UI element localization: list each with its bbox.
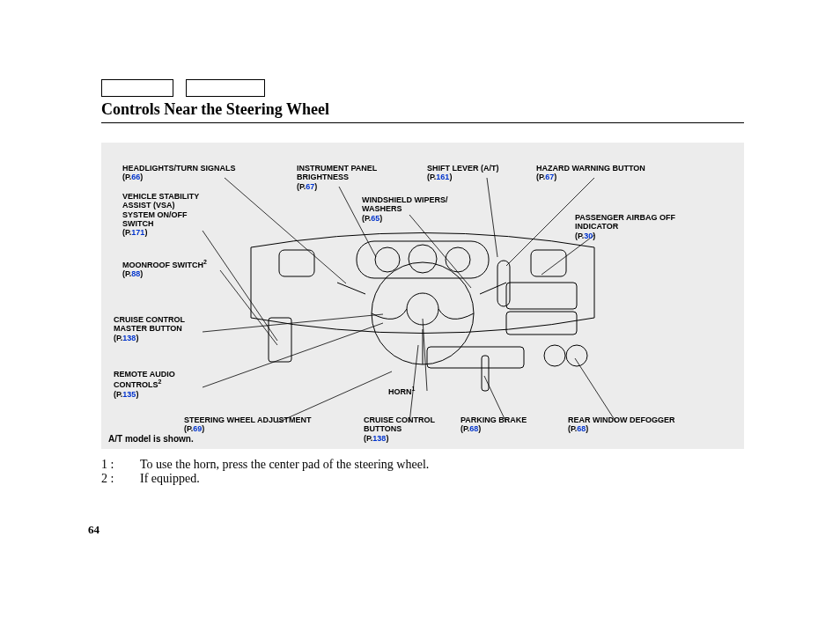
page-ref[interactable]: 65 bbox=[371, 214, 379, 223]
page-ref[interactable]: 67 bbox=[306, 182, 314, 191]
svg-point-3 bbox=[375, 247, 400, 272]
dashboard-illustration bbox=[242, 199, 603, 401]
svg-point-9 bbox=[566, 345, 587, 366]
callout-label: HAZARD WARNING BUTTON bbox=[536, 164, 645, 173]
page-ref[interactable]: 138 bbox=[122, 334, 136, 342]
page-ref[interactable]: 66 bbox=[131, 173, 140, 181]
svg-point-14 bbox=[407, 293, 438, 325]
callout-cruise-master: CRUISE CONTROLMASTER BUTTON (P.138) bbox=[114, 315, 185, 342]
svg-point-5 bbox=[446, 247, 470, 272]
callout-headlights: HEADLIGHTS/TURN SIGNALS (P.66) bbox=[122, 164, 236, 182]
svg-line-15 bbox=[337, 283, 365, 294]
callout-label: VEHICLE STABILITYASSIST (VSA)SYSTEM ON/O… bbox=[122, 192, 199, 228]
page-ref[interactable]: 138 bbox=[372, 434, 386, 443]
callout-shift-lever: SHIFT LEVER (A/T) (P.161) bbox=[427, 164, 499, 182]
callout-label: REMOTE AUDIOCONTROLS bbox=[114, 370, 175, 389]
callout-remote-audio: REMOTE AUDIOCONTROLS2 (P.135) bbox=[114, 370, 175, 399]
page-title: Controls Near the Steering Wheel bbox=[101, 100, 744, 119]
callout-label: MOONROOF SWITCH bbox=[122, 261, 203, 269]
svg-rect-7 bbox=[506, 312, 577, 335]
callout-label: WINDSHIELD WIPERS/WASHERS bbox=[362, 195, 448, 213]
svg-line-16 bbox=[480, 283, 506, 294]
footnotes: 1 : To use the horn, press the center pa… bbox=[101, 458, 744, 486]
callout-instrument-panel-brightness: INSTRUMENT PANELBRIGHTNESS (P.67) bbox=[297, 164, 377, 191]
callout-passenger-airbag-off: PASSENGER AIRBAG OFFINDICATOR (P.30) bbox=[575, 213, 675, 240]
callout-label: HEADLIGHTS/TURN SIGNALS bbox=[122, 164, 236, 173]
callout-rear-defogger: REAR WINDOW DEFOGGER (P.68) bbox=[568, 415, 675, 434]
dashboard-diagram: HEADLIGHTS/TURN SIGNALS (P.66) INSTRUMEN… bbox=[101, 143, 744, 449]
footnote-index: 1 : bbox=[101, 458, 140, 472]
callout-label: REAR WINDOW DEFOGGER bbox=[568, 415, 675, 424]
callout-horn: HORN1 bbox=[388, 386, 415, 396]
svg-point-8 bbox=[544, 345, 565, 366]
svg-rect-1 bbox=[531, 250, 566, 276]
model-note: A/T model is shown. bbox=[108, 434, 194, 444]
footnote-text: If equipped. bbox=[140, 472, 200, 486]
callout-moonroof-switch: MOONROOF SWITCH2 (P.88) bbox=[122, 259, 207, 279]
callout-label: INSTRUMENT PANELBRIGHTNESS bbox=[297, 164, 377, 181]
callout-label: STEERING WHEEL ADJUSTMENT bbox=[184, 415, 312, 424]
footnote-text: To use the horn, press the center pad of… bbox=[140, 458, 429, 472]
header-box-1 bbox=[101, 79, 173, 97]
page-ref[interactable]: 171 bbox=[131, 228, 144, 237]
callout-hazard-warning: HAZARD WARNING BUTTON (P.67) bbox=[536, 164, 645, 182]
page-ref[interactable]: 68 bbox=[577, 424, 586, 433]
footnote-marker: 1 bbox=[412, 386, 416, 392]
page-ref[interactable]: 135 bbox=[122, 390, 136, 399]
callout-label: PARKING BRAKE bbox=[461, 415, 527, 424]
callout-label: CRUISE CONTROLBUTTONS bbox=[364, 415, 435, 433]
page-ref[interactable]: 30 bbox=[584, 232, 593, 240]
page-ref[interactable]: 67 bbox=[545, 173, 554, 181]
callout-steering-adjustment: STEERING WHEEL ADJUSTMENT (P.69) bbox=[184, 415, 312, 434]
footnote-marker: 2 bbox=[158, 379, 162, 385]
page-number: 64 bbox=[88, 523, 99, 537]
header-box-2 bbox=[186, 79, 265, 97]
page-ref[interactable]: 69 bbox=[193, 424, 202, 433]
svg-point-4 bbox=[409, 245, 437, 273]
header-code-boxes bbox=[101, 79, 744, 97]
svg-rect-6 bbox=[506, 283, 577, 309]
callout-label: SHIFT LEVER (A/T) bbox=[427, 164, 499, 173]
page-ref[interactable]: 88 bbox=[131, 269, 140, 278]
page-ref[interactable]: 161 bbox=[436, 173, 449, 181]
svg-rect-12 bbox=[482, 356, 489, 391]
svg-rect-10 bbox=[427, 347, 524, 368]
page-ref[interactable]: 68 bbox=[469, 424, 478, 433]
footnote-1: 1 : To use the horn, press the center pa… bbox=[101, 458, 744, 472]
callout-windshield-wipers: WINDSHIELD WIPERS/WASHERS (P.65) bbox=[362, 195, 448, 223]
title-rule bbox=[101, 122, 744, 123]
callout-label: HORN bbox=[388, 387, 412, 396]
callout-vsa-switch: VEHICLE STABILITYASSIST (VSA)SYSTEM ON/O… bbox=[122, 192, 199, 238]
svg-rect-17 bbox=[269, 318, 291, 362]
callout-cruise-buttons: CRUISE CONTROLBUTTONS (P.138) bbox=[364, 415, 435, 443]
svg-rect-0 bbox=[279, 250, 314, 276]
footnote-index: 2 : bbox=[101, 472, 140, 486]
callout-label: PASSENGER AIRBAG OFFINDICATOR bbox=[575, 213, 675, 231]
footnote-2: 2 : If equipped. bbox=[101, 472, 744, 486]
callout-parking-brake: PARKING BRAKE (P.68) bbox=[461, 415, 527, 434]
footnote-marker: 2 bbox=[203, 259, 207, 265]
callout-label: CRUISE CONTROLMASTER BUTTON bbox=[114, 315, 185, 333]
